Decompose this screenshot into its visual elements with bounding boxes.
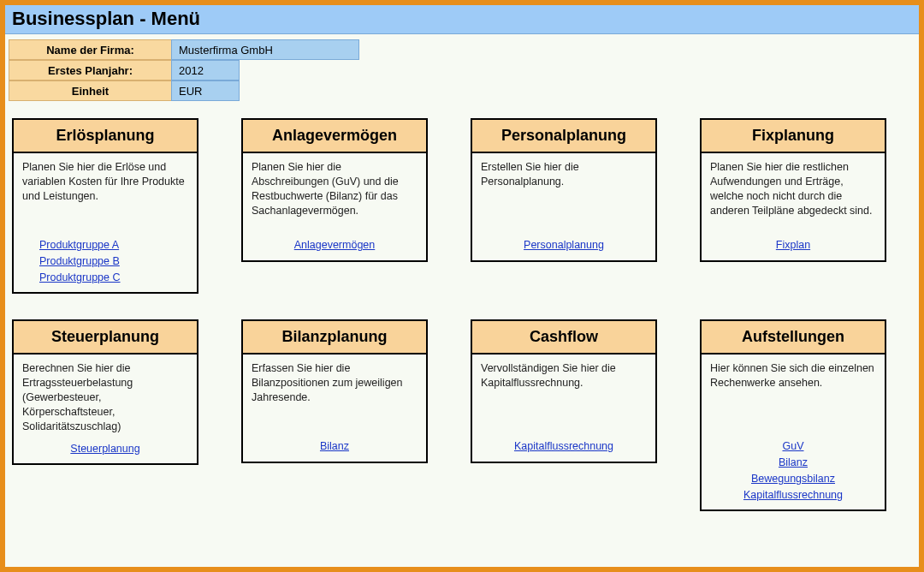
card-link[interactable]: Bilanz [252, 438, 418, 455]
card-body: Vervollständigen Sie hier die Kapitalflu… [472, 355, 655, 437]
card-link[interactable]: GuV [710, 438, 876, 455]
card-link[interactable]: Kapitalflussrechnung [481, 438, 647, 455]
card: PersonalplanungErstellen Sie hier die Pe… [471, 118, 657, 262]
card-links: Anlagevermögen [243, 235, 426, 260]
card-links: Steuerplanung [14, 439, 197, 464]
einheit-label: Einheit [9, 80, 171, 101]
card-header: Aufstellungen [702, 321, 885, 355]
card-link[interactable]: Produktgruppe A [39, 237, 188, 253]
cards-row-bottom: SteuerplanungBerechnen Sie hier die Ertr… [5, 314, 919, 511]
card: BilanzplanungErfassen Sie hier die Bilan… [241, 319, 428, 463]
card-header: Steuerplanung [14, 321, 197, 355]
page-title: Businessplan - Menü [5, 5, 919, 34]
card-links: Bilanz [243, 437, 426, 462]
card-links: Produktgruppe AProduktgruppe BProduktgru… [14, 235, 197, 292]
card-header: Erlösplanung [14, 120, 197, 153]
card-body: Erfassen Sie hier die Bilanzpositionen z… [243, 355, 426, 437]
card-header: Fixplanung [702, 120, 885, 153]
card-header: Bilanzplanung [243, 321, 426, 355]
einheit-value[interactable]: EUR [171, 80, 240, 101]
cards-row-top: ErlösplanungPlanen Sie hier die Erlöse u… [5, 113, 919, 294]
card-body: Berechnen Sie hier die Ertragssteuerbela… [14, 355, 197, 438]
card-links: Kapitalflussrechnung [472, 437, 655, 462]
card-body: Erstellen Sie hier die Personalplanung. [472, 153, 655, 235]
card-header: Anlagevermögen [243, 120, 426, 153]
card-header: Cashflow [472, 321, 655, 355]
card-link[interactable]: Produktgruppe C [39, 270, 188, 286]
card-link[interactable]: Kapitalflussrechnung [710, 487, 876, 503]
card-link[interactable]: Bilanz [710, 455, 876, 471]
card-link[interactable]: Anlagevermögen [252, 237, 418, 253]
firma-label: Name der Firma: [9, 39, 171, 60]
card: FixplanungPlanen Sie hier die restlichen… [700, 118, 886, 262]
sheet: Businessplan - Menü Name der Firma: Must… [0, 0, 924, 572]
card-link[interactable]: Produktgruppe B [39, 253, 188, 270]
card-link[interactable]: Personalplanung [481, 237, 647, 253]
card: CashflowVervollständigen Sie hier die Ka… [471, 319, 657, 463]
card-body: Planen Sie hier die Abschreibungen (GuV)… [243, 153, 426, 235]
jahr-label: Erstes Planjahr: [9, 60, 171, 80]
card-links: Personalplanung [472, 235, 655, 260]
jahr-value[interactable]: 2012 [171, 60, 240, 80]
meta-section: Name der Firma: Musterfirma GmbH Erstes … [5, 34, 919, 103]
card-body: Planen Sie hier die restlichen Aufwendun… [702, 153, 885, 235]
meta-row-firma: Name der Firma: Musterfirma GmbH [9, 39, 915, 60]
card-body: Planen Sie hier die Erlöse und variablen… [14, 153, 197, 235]
card: ErlösplanungPlanen Sie hier die Erlöse u… [12, 118, 198, 294]
card: AnlagevermögenPlanen Sie hier die Abschr… [241, 118, 428, 262]
card-link[interactable]: Steuerplanung [22, 441, 188, 457]
meta-row-einheit: Einheit EUR [9, 80, 915, 101]
card-body: Hier können Sie sich die einzelnen Reche… [702, 355, 885, 437]
meta-row-jahr: Erstes Planjahr: 2012 [9, 60, 915, 80]
card-header: Personalplanung [472, 120, 655, 153]
firma-value[interactable]: Musterfirma GmbH [171, 39, 359, 60]
card: AufstellungenHier können Sie sich die ei… [700, 319, 886, 511]
card-link[interactable]: Fixplan [710, 237, 876, 253]
card-links: Fixplan [702, 235, 885, 260]
card-links: GuVBilanzBewegungsbilanzKapitalflussrech… [702, 437, 885, 509]
card-link[interactable]: Bewegungsbilanz [710, 471, 876, 487]
card: SteuerplanungBerechnen Sie hier die Ertr… [12, 319, 198, 465]
